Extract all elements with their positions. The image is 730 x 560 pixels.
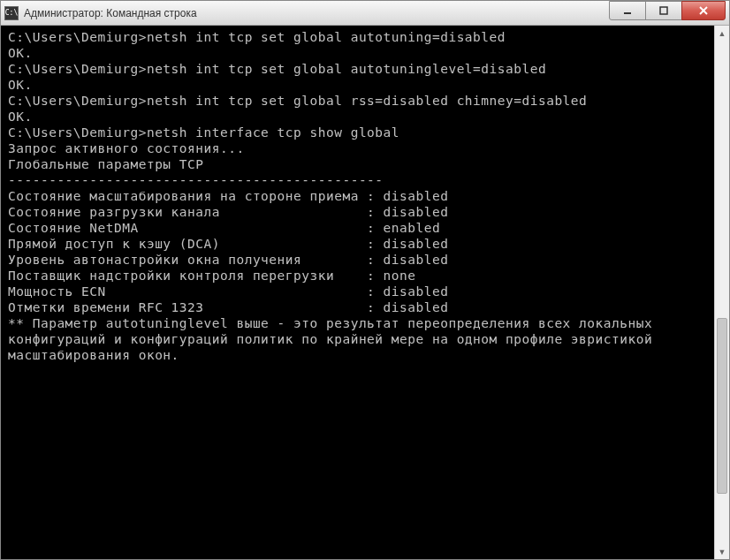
terminal-line: Прямой доступ к кэшу (DCA) : disabled [8,236,707,252]
terminal-line: Мощность ECN : disabled [8,284,707,299]
terminal-line: OK. [8,109,707,125]
terminal-line: ** Параметр autotuninglevel выше - это р… [8,315,707,331]
terminal-line: Состояние масштабирования на стороне при… [8,188,707,204]
command-prompt-window: C:\ Администратор: Командная строка C:\U… [0,0,730,560]
scroll-track[interactable] [715,41,729,544]
maximize-button[interactable] [645,1,682,20]
terminal-line: ----------------------------------------… [8,172,707,188]
window-title: Администратор: Командная строка [24,7,610,19]
terminal-container: C:\Users\Demiurg>netsh int tcp set globa… [1,26,729,559]
maximize-icon [658,5,669,16]
minimize-icon [622,5,633,16]
terminal-line: Поставщик надстройки контроля перегрузки… [8,268,707,284]
terminal-line: Уровень автонастройки окна получения : d… [8,252,707,268]
app-icon: C:\ [4,6,19,20]
minimize-button[interactable] [609,1,646,20]
window-controls [610,1,726,25]
terminal-line: C:\Users\Demiurg>netsh interface tcp sho… [8,125,707,140]
terminal-line: C:\Users\Demiurg>netsh int tcp set globa… [8,61,707,77]
terminal-line: Глобальные параметры TCP [8,156,707,172]
close-button[interactable] [681,1,726,20]
terminal-output[interactable]: C:\Users\Demiurg>netsh int tcp set globa… [1,26,714,559]
terminal-line: Состояние NetDMA : enabled [8,220,707,236]
scroll-up-button[interactable]: ▲ [715,26,729,41]
scroll-down-button[interactable]: ▼ [715,544,729,559]
titlebar[interactable]: C:\ Администратор: Командная строка [1,1,729,26]
vertical-scrollbar[interactable]: ▲ ▼ [714,26,729,559]
app-icon-text: C:\ [5,9,18,17]
terminal-line: конфигураций и конфигураций политик по к… [8,331,707,347]
close-icon [698,5,709,16]
terminal-line: Отметки времени RFC 1323 : disabled [8,299,707,315]
terminal-line: OK. [8,77,707,93]
terminal-line: масштабирования окон. [8,347,707,363]
terminal-line: C:\Users\Demiurg>netsh int tcp set globa… [8,29,707,45]
terminal-line: Состояние разгрузки канала : disabled [8,204,707,220]
scroll-thumb[interactable] [717,318,727,495]
svg-rect-1 [660,7,667,14]
terminal-line: C:\Users\Demiurg>netsh int tcp set globa… [8,93,707,109]
terminal-line: OK. [8,45,707,61]
terminal-line: Запрос активного состояния... [8,140,707,156]
